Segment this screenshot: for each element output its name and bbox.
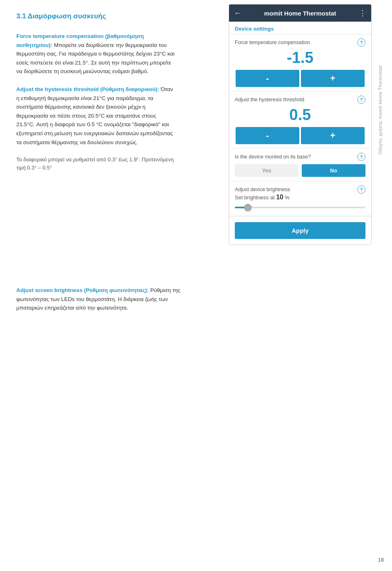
hysteresis-paragraph: Adjust the hysteresis threshold (Ρύθμιση…	[16, 85, 176, 147]
force-temp-row: Force temperature compensation ?	[235, 38, 365, 47]
bottom-section: Adjust screen brightness (Ρύθμιση φωτειν…	[16, 286, 184, 321]
device-settings-bar: Device settings	[229, 22, 371, 34]
page-number: 18	[378, 557, 384, 563]
slider-track	[235, 207, 365, 208]
back-button[interactable]: ←	[234, 9, 241, 18]
hysteresis-value: 0.5	[235, 104, 365, 127]
mounted-info-icon[interactable]: ?	[357, 153, 365, 161]
mounted-label: Is the device monted on its base?	[235, 154, 311, 160]
phone-header: ← momit Home Thermostat ⋮	[229, 4, 371, 22]
brightness-value-row: Set brightness at 10 %	[235, 194, 365, 201]
apply-section: Apply	[229, 216, 371, 245]
side-label: Οδηγός χρήσης momit Home Thermostat	[378, 65, 386, 155]
right-panel: Οδηγός χρήσης momit Home Thermostat ← mo…	[229, 4, 380, 245]
hysteresis-info-icon[interactable]: ?	[357, 96, 365, 104]
mounted-row: Is the device monted on its base? ?	[235, 153, 365, 161]
force-temp-value: -1.5	[235, 47, 365, 70]
device-settings-label: Device settings	[235, 26, 274, 32]
menu-button[interactable]: ⋮	[359, 9, 366, 18]
force-temp-section: Force temperature compensation ? -1.5 - …	[229, 34, 371, 91]
force-temp-controls: - +	[235, 70, 365, 87]
mounted-section: Is the device monted on its base? ? Yes …	[229, 149, 371, 181]
force-temp-label: Force temperature compensation	[235, 40, 310, 45]
brightness-slider[interactable]	[235, 203, 365, 212]
hysteresis-body: Όταν η επιθυμητή θερμοκρασία είναι 21°C …	[16, 86, 173, 145]
brightness-info-icon[interactable]: ?	[357, 185, 365, 194]
brightness-section: Adjust device brightness ? Set brightnes…	[229, 181, 371, 216]
brightness-set-label: Set brightness at 10 %	[235, 194, 290, 201]
phone-frame: ← momit Home Thermostat ⋮ Device setting…	[229, 4, 372, 245]
hysteresis-label: Adjust the hysteresis threshold	[235, 97, 304, 103]
hysteresis-section: Adjust the hysteresis threshold ? 0.5 - …	[229, 91, 371, 149]
brightness-row: Adjust device brightness ?	[235, 185, 365, 194]
hysteresis-controls: - +	[235, 127, 365, 144]
force-temp-paragraph: Force temperature compensation (βαθμονόμ…	[16, 32, 176, 76]
no-button[interactable]: No	[302, 164, 365, 177]
hysteresis-minus-button[interactable]: -	[236, 127, 299, 144]
force-temp-minus-button[interactable]: -	[236, 70, 299, 87]
brightness-number: 10	[276, 194, 283, 201]
hysteresis-heading: Adjust the hysteresis threshold (Ρύθμιση…	[16, 86, 159, 92]
screen-brightness-heading: Adjust screen brightness (Ρύθμιση φωτειν…	[16, 287, 149, 293]
brightness-label: Adjust device brightness	[235, 187, 290, 192]
force-temp-plus-button[interactable]: +	[301, 70, 365, 87]
section-title: 3.1 Διαμόρφωση συσκευής	[16, 12, 176, 20]
yes-no-controls: Yes No	[235, 164, 365, 177]
slider-thumb[interactable]	[244, 204, 252, 211]
hysteresis-row: Adjust the hysteresis threshold ?	[235, 96, 365, 104]
left-panel: 3.1 Διαμόρφωση συσκευής Force temperatur…	[0, 0, 188, 191]
force-temp-info-icon[interactable]: ?	[357, 38, 365, 47]
yes-button[interactable]: Yes	[235, 164, 298, 177]
phone-title: momit Home Thermostat	[241, 10, 359, 17]
hysteresis-plus-button[interactable]: +	[301, 127, 365, 144]
hysteresis-note: Το διαφορικό μπορεί να ρυθμιστεί από 0.3…	[16, 156, 176, 172]
apply-button[interactable]: Apply	[235, 222, 365, 239]
screen-brightness-paragraph: Adjust screen brightness (Ρύθμιση φωτειν…	[16, 286, 184, 312]
